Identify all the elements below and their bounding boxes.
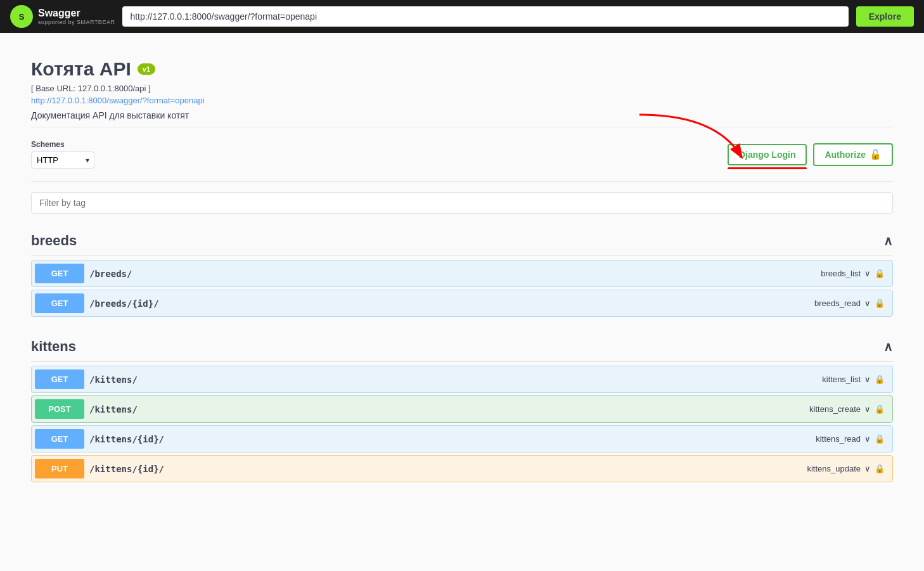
expand-icon: ∨: [864, 464, 871, 473]
endpoint-row-breeds_list[interactable]: GET/breeds/breeds_list∨🔒: [31, 260, 893, 287]
expand-icon: ∨: [864, 404, 871, 414]
endpoint-meta-kittens_update: kittens_update∨🔒: [807, 464, 892, 473]
method-badge-kittens_read: GET: [35, 429, 84, 449]
endpoint-path-kittens_read: /kittens/{id}/: [89, 434, 816, 444]
endpoint-name-kittens_update: kittens_update: [807, 464, 861, 473]
section-title-kittens: kittens: [31, 338, 76, 355]
method-badge-breeds_list: GET: [35, 264, 84, 283]
endpoint-row-kittens_update[interactable]: PUT/kittens/{id}/kittens_update∨🔒: [31, 455, 893, 482]
authorize-label: Authorize: [825, 150, 866, 160]
api-link[interactable]: http://127.0.0.1:8000/swagger/?format=op…: [31, 96, 893, 105]
endpoint-meta-breeds_list: breeds_list∨🔒: [821, 269, 892, 278]
swagger-logo-icon: S: [10, 5, 33, 28]
swagger-logo-text: Swagger supported by SMARTBEAR: [38, 8, 115, 25]
endpoint-meta-kittens_list: kittens_list∨🔒: [822, 375, 892, 384]
section-kittens: kittens∧GET/kittens/kittens_list∨🔒POST/k…: [31, 332, 893, 482]
expand-icon: ∨: [864, 375, 871, 384]
schemes-label: Schemes: [31, 140, 94, 149]
swagger-logo: S Swagger supported by SMARTBEAR: [10, 5, 115, 28]
section-breeds: breeds∧GET/breeds/breeds_list∨🔒GET/breed…: [31, 226, 893, 317]
api-description: Документация API для выставки котят: [31, 110, 893, 120]
api-base-url: [ Base URL: 127.0.0.1:8000/api ]: [31, 84, 893, 93]
lock-small-icon: 🔒: [875, 375, 885, 384]
lock-small-icon: 🔒: [875, 298, 885, 308]
endpoint-row-kittens_create[interactable]: POST/kittens/kittens_create∨🔒: [31, 395, 893, 423]
url-input[interactable]: [122, 6, 848, 27]
django-login-button[interactable]: Django Login: [728, 144, 807, 165]
method-badge-kittens_update: PUT: [35, 459, 84, 478]
method-badge-breeds_read: GET: [35, 293, 84, 313]
api-header: Котята API v1 [ Base URL: 127.0.0.1:8000…: [31, 46, 893, 127]
lock-icon: 🔓: [869, 149, 882, 160]
lock-small-icon: 🔒: [875, 464, 885, 473]
endpoint-name-kittens_create: kittens_create: [809, 404, 861, 414]
section-header-breeds[interactable]: breeds∧: [31, 226, 893, 256]
authorize-button[interactable]: Authorize 🔓: [813, 143, 893, 166]
expand-icon: ∨: [864, 269, 871, 278]
section-header-kittens[interactable]: kittens∧: [31, 332, 893, 362]
endpoint-name-kittens_read: kittens_read: [816, 434, 861, 444]
method-badge-kittens_create: POST: [35, 399, 84, 419]
api-title: Котята API: [31, 58, 131, 80]
section-title-breeds: breeds: [31, 233, 77, 249]
schemes-group: Schemes HTTP HTTPS ▾: [31, 140, 94, 169]
django-login-btn-wrap: Django Login: [728, 144, 807, 165]
endpoint-row-kittens_read[interactable]: GET/kittens/{id}/kittens_read∨🔒: [31, 425, 893, 452]
endpoint-path-breeds_read: /breeds/{id}/: [89, 298, 814, 309]
endpoint-path-kittens_list: /kittens/: [89, 375, 822, 385]
endpoint-path-breeds_list: /breeds/: [89, 269, 821, 279]
lock-small-icon: 🔒: [875, 404, 885, 414]
endpoint-row-kittens_list[interactable]: GET/kittens/kittens_list∨🔒: [31, 366, 893, 393]
svg-text:S: S: [19, 12, 25, 22]
red-underline-annotation: [728, 167, 807, 169]
endpoint-meta-kittens_create: kittens_create∨🔒: [809, 404, 892, 414]
topbar: S Swagger supported by SMARTBEAR Explore: [0, 0, 924, 33]
endpoint-name-breeds_list: breeds_list: [821, 269, 861, 278]
lock-small-icon: 🔒: [875, 269, 885, 278]
method-badge-kittens_list: GET: [35, 369, 84, 389]
chevron-up-icon: ∧: [883, 233, 893, 248]
endpoint-name-breeds_read: breeds_read: [814, 298, 861, 308]
filter-input[interactable]: [31, 192, 893, 214]
endpoint-name-kittens_list: kittens_list: [822, 375, 861, 384]
endpoint-path-kittens_update: /kittens/{id}/: [89, 464, 807, 474]
endpoint-path-kittens_create: /kittens/: [89, 404, 809, 414]
lock-small-icon: 🔒: [875, 434, 885, 444]
filter-row: [31, 192, 893, 214]
endpoint-row-breeds_read[interactable]: GET/breeds/{id}/breeds_read∨🔒: [31, 290, 893, 317]
endpoint-meta-kittens_read: kittens_read∨🔒: [816, 434, 892, 444]
sections-container: breeds∧GET/breeds/breeds_list∨🔒GET/breed…: [31, 226, 893, 482]
expand-icon: ∨: [864, 298, 871, 308]
endpoint-meta-breeds_read: breeds_read∨🔒: [814, 298, 892, 308]
auth-row: Schemes HTTP HTTPS ▾ Django Login: [31, 127, 893, 181]
schemes-select[interactable]: HTTP HTTPS: [31, 151, 94, 169]
expand-icon: ∨: [864, 434, 871, 444]
chevron-up-icon: ∧: [883, 339, 893, 354]
explore-button[interactable]: Explore: [856, 6, 914, 27]
api-version-badge: v1: [138, 63, 155, 75]
